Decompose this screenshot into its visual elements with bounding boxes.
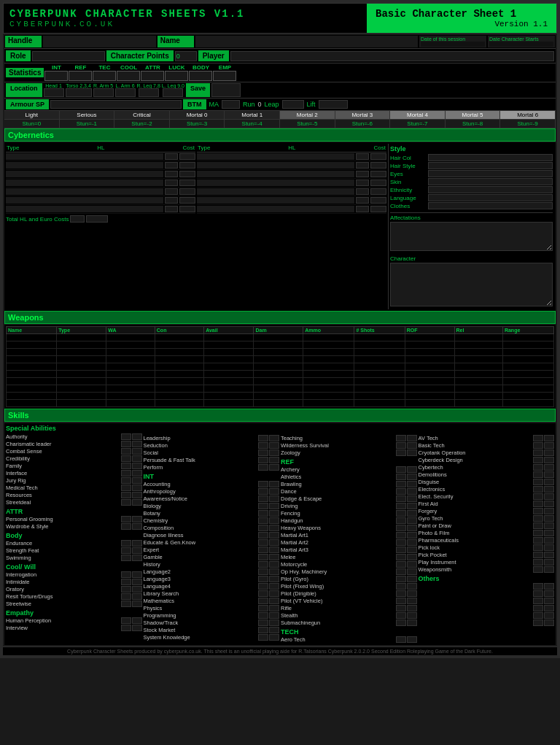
skill-rank-input[interactable] [121, 463, 131, 469]
skill-total-input[interactable] [544, 598, 554, 604]
weapon-cell-input[interactable] [157, 393, 202, 398]
weapon-cell-input[interactable] [505, 386, 552, 391]
cyber-cost-input[interactable] [179, 171, 195, 177]
skill-rank-input[interactable] [121, 540, 131, 547]
skill-total-input[interactable] [544, 493, 554, 500]
loc-rarm-input[interactable] [93, 88, 114, 97]
skill-total-input[interactable] [407, 495, 417, 502]
handle-input[interactable] [43, 36, 156, 47]
skill-rank-input[interactable] [396, 568, 406, 575]
style-language-input[interactable] [428, 194, 553, 201]
skill-rank-input[interactable] [258, 442, 268, 449]
skill-total-input[interactable] [407, 532, 417, 539]
skill-rank-input[interactable] [533, 583, 543, 590]
weapon-cell-input[interactable] [255, 386, 301, 391]
skill-total-input[interactable] [407, 605, 417, 611]
weapon-cell-input[interactable] [108, 342, 153, 347]
cyber-cost-input[interactable] [179, 206, 195, 212]
skill-total-input[interactable] [544, 552, 554, 558]
weapon-cell-input[interactable] [157, 364, 202, 369]
skill-total-input[interactable] [132, 617, 142, 624]
weapon-cell-input[interactable] [356, 357, 402, 362]
skill-total-input[interactable] [544, 508, 554, 514]
skill-total-input[interactable] [407, 481, 417, 487]
skill-rank-input[interactable] [121, 617, 131, 624]
skill-total-input[interactable] [269, 435, 279, 441]
weapon-cell-input[interactable] [58, 393, 104, 398]
cyber-hl-input[interactable] [356, 180, 369, 186]
weapon-cell-input[interactable] [305, 386, 352, 391]
skill-total-input[interactable] [407, 510, 417, 517]
skill-total-input[interactable] [269, 442, 279, 449]
skill-total-input[interactable] [269, 554, 279, 560]
skill-total-input[interactable] [269, 495, 279, 502]
skill-total-input[interactable] [269, 481, 279, 487]
skill-total-input[interactable] [544, 522, 554, 529]
stat-int-input[interactable] [44, 71, 68, 81]
skill-rank-input[interactable] [533, 464, 543, 471]
weapon-cell-input[interactable] [206, 401, 252, 406]
skill-rank-input[interactable] [533, 486, 543, 493]
skill-total-input[interactable] [544, 590, 554, 597]
skill-total-input[interactable] [132, 477, 142, 484]
skill-total-input[interactable] [269, 605, 279, 611]
weapon-cell-input[interactable] [456, 357, 501, 362]
skill-rank-input[interactable] [121, 579, 131, 585]
leap-input[interactable] [282, 100, 304, 109]
skill-rank-input[interactable] [258, 627, 268, 633]
cyber-total-hl[interactable] [70, 215, 85, 223]
skill-rank-input[interactable] [121, 477, 131, 484]
skill-total-input[interactable] [544, 515, 554, 522]
weapon-cell-input[interactable] [255, 342, 301, 347]
stat-luck-input[interactable] [165, 71, 188, 81]
weapon-cell-input[interactable] [456, 379, 501, 384]
cyber-type-input[interactable] [197, 206, 354, 212]
skill-rank-input[interactable] [258, 525, 268, 531]
skill-rank-input[interactable] [396, 576, 406, 582]
skill-rank-input[interactable] [396, 503, 406, 509]
role-input[interactable] [32, 51, 105, 61]
skill-rank-input[interactable] [121, 433, 131, 440]
weapon-cell-input[interactable] [407, 350, 453, 355]
skill-total-input[interactable] [544, 464, 554, 471]
style-eyes-input[interactable] [428, 170, 553, 177]
skill-total-input[interactable] [407, 576, 417, 582]
skill-total-input[interactable] [269, 598, 279, 604]
skill-rank-input[interactable] [396, 488, 406, 495]
weapon-cell-input[interactable] [206, 393, 252, 398]
cyber-type-input[interactable] [197, 171, 354, 177]
skill-total-input[interactable] [407, 554, 417, 560]
cyber-hl-input[interactable] [356, 153, 369, 160]
weapon-cell-input[interactable] [505, 335, 552, 340]
weapon-cell-input[interactable] [108, 335, 153, 340]
cyber-cost-input[interactable] [370, 171, 386, 177]
skill-total-input[interactable] [132, 601, 142, 607]
skill-rank-input[interactable] [258, 495, 268, 502]
skill-total-input[interactable] [544, 486, 554, 493]
weapon-cell-input[interactable] [206, 342, 252, 347]
skill-rank-input[interactable] [533, 566, 543, 573]
weapon-cell-input[interactable] [157, 342, 202, 347]
skill-total-input[interactable] [132, 499, 142, 506]
skill-total-input[interactable] [544, 619, 554, 626]
stat-body-input[interactable] [189, 71, 212, 81]
weapon-cell-input[interactable] [157, 357, 202, 362]
cyber-hl-input[interactable] [165, 180, 178, 186]
date-session-input[interactable] [421, 42, 485, 47]
skill-total-input[interactable] [132, 547, 142, 554]
weapon-cell-input[interactable] [305, 379, 352, 384]
skill-total-input[interactable] [544, 544, 554, 551]
stat-emp-input[interactable] [213, 71, 236, 81]
weapon-cell-input[interactable] [305, 357, 352, 362]
skill-total-input[interactable] [132, 555, 142, 561]
skill-total-input[interactable] [407, 590, 417, 597]
stat-attr-input[interactable] [141, 71, 164, 81]
lift-input[interactable] [319, 100, 348, 109]
cyber-type-input[interactable] [197, 153, 354, 160]
skill-total-input[interactable] [132, 485, 142, 491]
weapon-cell-input[interactable] [505, 401, 552, 406]
weapon-cell-input[interactable] [58, 335, 104, 340]
skill-total-input[interactable] [269, 525, 279, 531]
weapon-cell-input[interactable] [206, 335, 252, 340]
skill-total-input[interactable] [269, 576, 279, 582]
